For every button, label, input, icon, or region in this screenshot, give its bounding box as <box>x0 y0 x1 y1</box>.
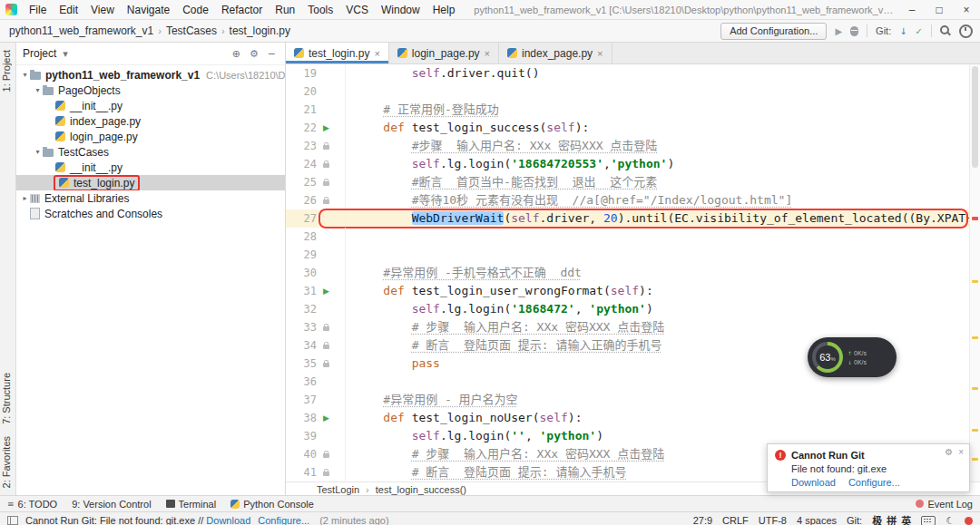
tool-window-switcher-icon[interactable] <box>7 516 18 525</box>
menu-view[interactable]: View <box>84 3 121 17</box>
minimize-button[interactable]: – <box>898 1 926 19</box>
tab-close-icon[interactable]: × <box>485 48 490 59</box>
line-number[interactable]: 28 <box>286 228 320 246</box>
tree-item-python11-web-framework-v1[interactable]: ▾python11_web_framework_v1C:\Users\18210… <box>16 67 285 83</box>
line-number[interactable]: 26 <box>286 191 320 209</box>
download-link[interactable]: Download <box>206 515 250 525</box>
tab-close-icon[interactable]: × <box>597 48 603 59</box>
menu-file[interactable]: File <box>23 3 53 17</box>
tool-button-favorites[interactable]: 2: Favorites <box>1 436 12 488</box>
moon-icon[interactable]: ☾ <box>946 515 955 525</box>
line-number[interactable]: 24 <box>286 155 320 173</box>
search-icon[interactable] <box>940 25 951 36</box>
code-text[interactable]: #等待10秒 元素有没有出现 //a[@href="/Index/logout.… <box>346 191 969 209</box>
breadcrumb-item-test-login-py[interactable]: test_login.py <box>228 24 292 37</box>
configure-link[interactable]: Configure... <box>258 515 309 525</box>
caret-position[interactable]: 27:9 <box>693 515 712 525</box>
menu-run[interactable]: Run <box>269 3 301 17</box>
notification-close-icon[interactable]: × <box>958 447 964 457</box>
line-number[interactable]: 33 <box>286 318 320 336</box>
close-button[interactable]: × <box>953 1 980 19</box>
tool-button-structure[interactable]: 7: Structure <box>1 373 12 424</box>
notification-settings-icon[interactable]: ⚙ <box>945 447 953 457</box>
tool-button-project[interactable]: 1: Project <box>1 50 12 92</box>
code-text[interactable]: #异常用例 - 用户名为空 <box>346 391 969 409</box>
editor-tab-index-page-py[interactable]: index_page.py× <box>499 43 612 63</box>
code-text[interactable] <box>346 228 969 246</box>
code-text[interactable] <box>346 83 969 101</box>
tree-item-test-login-py[interactable]: test_login.py <box>16 175 285 190</box>
code-text[interactable]: #断言 首页当中-能否找到 退出 这个元素 <box>346 173 969 191</box>
menu-refactor[interactable]: Refactor <box>215 3 269 17</box>
ime-indicator[interactable]: 极 <box>872 513 882 525</box>
breadcrumb-item-python11-web-framework-v1[interactable]: python11_web_framework_v1 <box>7 24 155 37</box>
line-number[interactable]: 32 <box>286 300 320 318</box>
code-text[interactable]: self.lg.login('', 'python') <box>346 427 969 445</box>
git-update-icon[interactable]: ↓ <box>899 26 906 36</box>
indent-style[interactable]: 4 spaces <box>797 515 837 525</box>
line-number[interactable]: 31 <box>286 282 320 300</box>
line-number[interactable]: 19 <box>286 64 320 83</box>
hide-panel-icon[interactable]: − <box>265 48 279 60</box>
gear-icon[interactable]: ⚙ <box>247 48 261 60</box>
history-icon[interactable] <box>959 24 973 38</box>
editor-breadcrumb-test-login-success[interactable]: test_login_success() <box>376 484 466 495</box>
editor-tab-test-login-py[interactable]: test_login.py× <box>286 43 389 63</box>
code-text[interactable]: # 正常用例-登陆成功 <box>346 101 969 119</box>
code-text[interactable]: def test_login_noUser(self): <box>346 409 969 427</box>
line-number[interactable]: 40 <box>286 445 320 463</box>
tree-item-external-libraries[interactable]: ▸External Libraries <box>16 190 285 206</box>
code-text[interactable]: # 步骤 输入用户名: XXx 密码XXX 点击登陆 <box>346 318 969 336</box>
run-test-icon[interactable]: ▶ <box>323 282 329 300</box>
line-number[interactable]: 34 <box>286 336 320 355</box>
code-text[interactable]: def test_login_user_wrongFormat(self): <box>346 282 969 300</box>
line-number[interactable]: 29 <box>286 246 320 264</box>
notification-configure-link[interactable]: Configure... <box>848 477 900 488</box>
code-text[interactable]: #步骤 输入用户名: XXx 密码XXX 点击登陆 <box>346 137 969 155</box>
tool-button-python-console[interactable]: Python Console <box>230 499 314 510</box>
chevron-down-icon[interactable]: ▾ <box>33 148 43 156</box>
code-text[interactable]: self.driver.quit() <box>346 64 969 83</box>
ime-indicator[interactable]: 英 <box>901 513 911 525</box>
notification-download-link[interactable]: Download <box>791 477 836 488</box>
menu-help[interactable]: Help <box>426 3 462 17</box>
line-number[interactable]: 27 <box>286 209 320 228</box>
line-number[interactable]: 30 <box>286 264 320 282</box>
git-commit-icon[interactable]: ✓ <box>916 26 923 36</box>
code-text[interactable]: WebDriverWait(self.driver, 20).until(EC.… <box>346 209 969 228</box>
tree-item-init-py[interactable]: __init__.py <box>16 98 285 113</box>
chevron-down-icon[interactable]: ▾ <box>60 48 71 60</box>
line-number[interactable]: 39 <box>286 427 320 445</box>
git-branch-label[interactable]: Git: <box>847 515 862 525</box>
run-test-icon[interactable]: ▶ <box>323 119 329 137</box>
ime-indicator[interactable]: 拼 <box>887 513 897 525</box>
keyboard-icon[interactable] <box>921 516 936 525</box>
code-text[interactable]: def test_login_success(self): <box>346 119 969 137</box>
code-text[interactable]: self.lg.login('18684720553','python') <box>346 155 969 173</box>
line-number[interactable]: 35 <box>286 355 320 373</box>
run-icon[interactable]: ▶ <box>835 26 842 36</box>
code-text[interactable]: #异常用例 -手机号格式不正确 ddt <box>346 264 969 282</box>
tool-button-todo[interactable]: ≡ 6: TODO <box>7 499 57 510</box>
scrollbar-thumb[interactable] <box>972 66 978 168</box>
record-icon[interactable] <box>965 517 973 525</box>
debug-icon[interactable] <box>850 26 858 36</box>
maximize-button[interactable]: □ <box>926 1 953 19</box>
tab-close-icon[interactable]: × <box>374 48 379 59</box>
tree-item-login-page-py[interactable]: login_page.py <box>16 129 285 144</box>
chevron-right-icon[interactable]: ▸ <box>20 194 30 202</box>
editor-breadcrumb-testlogin[interactable]: TestLogin <box>317 484 359 495</box>
line-number[interactable]: 41 <box>286 463 320 481</box>
tree-item-testcases[interactable]: ▾TestCases <box>16 144 285 160</box>
code-text[interactable] <box>346 246 969 264</box>
menu-navigate[interactable]: Navigate <box>121 3 176 17</box>
line-number[interactable]: 36 <box>286 373 320 391</box>
line-number[interactable]: 37 <box>286 391 320 409</box>
menu-tools[interactable]: Tools <box>301 3 339 17</box>
menu-vcs[interactable]: VCS <box>339 3 375 17</box>
editor-scrollbar[interactable] <box>969 64 980 481</box>
line-number[interactable]: 20 <box>286 83 320 101</box>
tool-button-version-control[interactable]: 9: Version Control <box>72 499 151 510</box>
line-separator[interactable]: CRLF <box>722 515 749 525</box>
line-number[interactable]: 25 <box>286 173 320 191</box>
